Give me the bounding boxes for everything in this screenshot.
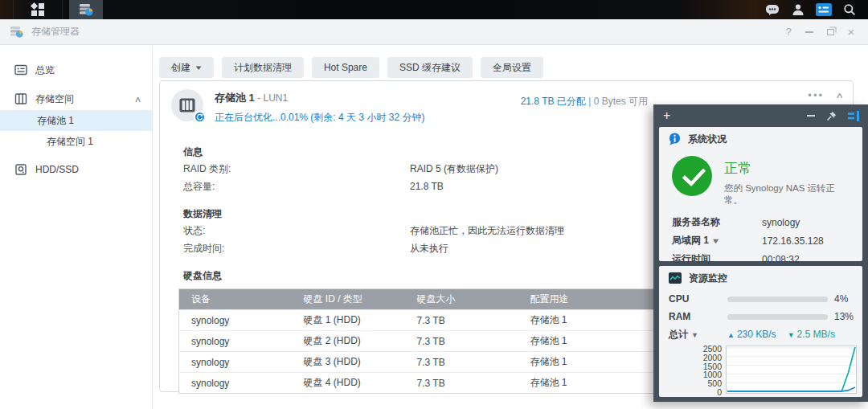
widgets-panel-icon bbox=[816, 3, 832, 16]
health-row-server-name: 服务器名称 synology bbox=[659, 213, 862, 231]
health-status: 正常 bbox=[724, 159, 853, 178]
sidebar-item-label: HDD/SSD bbox=[35, 164, 79, 175]
system-health-header[interactable]: 系统状况 bbox=[659, 127, 862, 151]
sync-badge-icon bbox=[194, 111, 206, 123]
toolbar: 创建 ▼ 计划数据清理 Hot Spare SSD 缓存建议 全局设置 bbox=[159, 57, 543, 78]
pushpin-icon bbox=[826, 111, 837, 121]
arrow-down-icon: ▼ bbox=[788, 331, 795, 339]
widget-title: 资源监控 bbox=[689, 272, 727, 285]
close-button[interactable]: × bbox=[842, 24, 860, 40]
magnifier-icon bbox=[843, 3, 856, 16]
taskbar bbox=[0, 0, 868, 19]
sidebar-item-label: 存储池 1 bbox=[37, 114, 74, 128]
sidebar-item-volumes[interactable]: 存储空间 ∧ bbox=[0, 88, 152, 110]
y-tick-label: 2000 bbox=[703, 354, 722, 362]
ssd-cache-advisor-button[interactable]: SSD 缓存建议 bbox=[387, 57, 473, 78]
chat-bubble-icon bbox=[765, 4, 780, 16]
global-settings-button[interactable]: 全局设置 bbox=[481, 57, 543, 78]
cpu-percent: 4% bbox=[834, 293, 848, 305]
y-tick-label: 500 bbox=[707, 379, 722, 387]
help-button[interactable]: ? bbox=[780, 24, 797, 40]
column-header[interactable]: 硬盘 ID / 类型 bbox=[292, 289, 405, 310]
y-tick-label: 1000 bbox=[703, 370, 722, 378]
sidebar-item-overview[interactable]: 总览 bbox=[0, 59, 152, 81]
allocated-capacity: 21.8 TB 已分配 bbox=[521, 96, 586, 107]
y-tick-label: 2500 bbox=[703, 345, 722, 353]
notifications-button[interactable] bbox=[762, 0, 783, 19]
grid-menu-icon bbox=[31, 3, 44, 16]
widget-panel-header: + bbox=[653, 104, 868, 127]
volume-icon bbox=[14, 92, 27, 105]
minimize-icon bbox=[807, 115, 815, 117]
more-actions-icon[interactable]: ••• bbox=[808, 89, 824, 101]
upload-speed: ▲230 KB/s bbox=[727, 329, 776, 340]
widget-panel: + bbox=[653, 104, 868, 402]
taskbar-storage-manager-button[interactable] bbox=[69, 0, 103, 19]
user-menu-button[interactable] bbox=[788, 0, 809, 19]
search-button[interactable] bbox=[839, 0, 860, 19]
health-status-block: 正常 您的 Synology NAS 运转正常。 bbox=[659, 151, 862, 213]
sidebar-item-volume-1[interactable]: 存储空间 1 bbox=[0, 131, 152, 152]
window-title: 存储管理器 bbox=[31, 25, 80, 39]
window-controls: ? × bbox=[780, 24, 860, 40]
scheduled-scrub-button[interactable]: 计划数据清理 bbox=[222, 57, 304, 78]
taskbar-apps bbox=[0, 0, 103, 19]
storage-pool-icon bbox=[171, 89, 203, 121]
person-icon bbox=[792, 3, 805, 16]
download-speed: ▼2.5 MB/s bbox=[788, 329, 835, 340]
health-message: 您的 Synology NAS 运转正常。 bbox=[724, 182, 853, 207]
minimize-button[interactable] bbox=[800, 24, 818, 40]
create-button[interactable]: 创建 ▼ bbox=[159, 57, 214, 78]
maximize-button[interactable] bbox=[821, 24, 839, 40]
hot-spare-button[interactable]: Hot Spare bbox=[312, 57, 379, 78]
sidebar-item-label: 存储空间 bbox=[35, 92, 74, 106]
chevron-down-icon: ▼ bbox=[711, 237, 721, 245]
sidebar: 总览 存储空间 ∧ 存储池 1 存储空间 1 bbox=[0, 46, 153, 409]
disk-icon bbox=[14, 163, 27, 176]
health-check-icon bbox=[672, 156, 712, 196]
arrow-up-icon: ▲ bbox=[727, 331, 735, 339]
column-header[interactable]: 硬盘大小 bbox=[405, 289, 518, 310]
main-menu-button[interactable] bbox=[13, 0, 63, 19]
widgets-toggle-button[interactable] bbox=[813, 0, 834, 19]
dock-panel-button[interactable] bbox=[848, 111, 860, 121]
pin-panel-button[interactable] bbox=[826, 111, 837, 121]
sidebar-item-label: 存储空间 1 bbox=[47, 135, 93, 149]
sidebar-item-storage-pool-1[interactable]: 存储池 1 bbox=[0, 110, 152, 131]
monitor-graph-icon bbox=[669, 272, 682, 284]
dock-right-icon bbox=[848, 111, 860, 121]
sidebar-item-label: 总览 bbox=[35, 63, 55, 77]
window-titlebar: 存储管理器 ? × bbox=[0, 19, 868, 45]
pool-capacity-summary: 21.8 TB 已分配 | 0 Bytes 可用 bbox=[521, 95, 648, 108]
pool-subtitle: - LUN1 bbox=[257, 92, 288, 104]
cpu-meter bbox=[727, 297, 828, 302]
resource-monitor-header[interactable]: 资源监控 bbox=[659, 266, 862, 290]
chart-plot-area bbox=[726, 346, 857, 394]
chevron-down-icon: ▼ bbox=[691, 331, 698, 339]
widget-title: 系统状况 bbox=[688, 133, 727, 146]
pool-status-text: 正在后台优化...0.01% (剩余: 4 天 3 小时 32 分钟) bbox=[215, 111, 424, 125]
health-row-lan: 局域网 1▼ 172.16.35.128 bbox=[659, 231, 862, 250]
resource-monitor-widget: 资源监控 CPU 4% RAM 13% 总计▼ ▲230 KB/s ▼2.5 M… bbox=[659, 266, 862, 397]
add-widget-button[interactable]: + bbox=[663, 109, 670, 122]
network-traffic-chart: 25002000150010005000 bbox=[659, 346, 862, 394]
widget-minimize-button[interactable] bbox=[807, 115, 815, 117]
system-health-widget: 系统状况 正常 您的 Synology NAS 运转正常。 服务器名称 syno… bbox=[659, 127, 862, 261]
y-tick-label: 0 bbox=[717, 388, 722, 396]
taskbar-tray bbox=[762, 0, 868, 19]
pool-name: 存储池 1 bbox=[215, 92, 255, 104]
storage-manager-icon bbox=[10, 26, 23, 38]
info-pin-icon bbox=[669, 133, 681, 146]
chevron-up-icon[interactable]: ∧ bbox=[133, 95, 141, 104]
available-capacity: 0 Bytes 可用 bbox=[594, 96, 648, 107]
sidebar-item-hdd-ssd[interactable]: HDD/SSD bbox=[0, 158, 152, 181]
ram-meter-row: RAM 13% bbox=[659, 308, 862, 325]
chart-y-axis: 25002000150010005000 bbox=[659, 346, 726, 394]
maximize-icon bbox=[827, 29, 834, 35]
collapse-chevron-icon[interactable]: ∧ bbox=[835, 91, 844, 100]
column-header[interactable]: 设备 bbox=[179, 289, 292, 310]
widget-panel-body: 系统状况 正常 您的 Synology NAS 运转正常。 服务器名称 syno… bbox=[653, 127, 868, 397]
pool-title-block: 存储池 1 - LUN1 正在后台优化...0.01% (剩余: 4 天 3 小… bbox=[215, 89, 424, 131]
storage-manager-icon bbox=[79, 3, 93, 16]
minimize-icon bbox=[805, 31, 813, 33]
